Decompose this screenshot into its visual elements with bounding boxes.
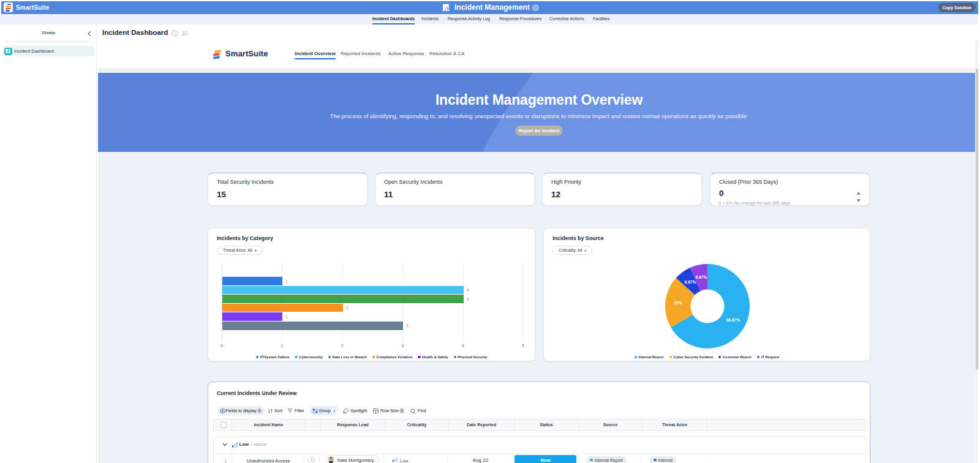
svg-text:6.67%: 6.67% <box>685 280 696 284</box>
svg-text:20%: 20% <box>674 301 682 305</box>
svg-text:6.67%: 6.67% <box>696 275 707 279</box>
svg-text:66.67%: 66.67% <box>726 318 740 322</box>
